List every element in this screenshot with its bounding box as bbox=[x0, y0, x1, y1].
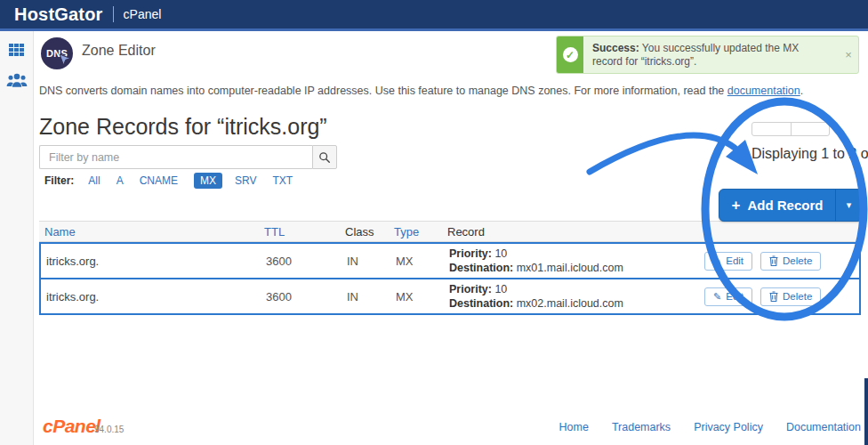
edit-label: Edit bbox=[726, 255, 743, 266]
filter-box bbox=[39, 145, 337, 169]
success-title: Success: bbox=[592, 42, 639, 54]
edit-button[interactable]: ✎Edit bbox=[704, 287, 752, 306]
filter-by-name-input[interactable] bbox=[39, 145, 312, 169]
record-type: MX bbox=[390, 290, 444, 303]
record-ttl: 3600 bbox=[261, 255, 342, 268]
zone-records-table: Name TTL Class Type Record itricks.org. … bbox=[39, 221, 861, 315]
record-class: IN bbox=[342, 255, 390, 268]
footer-link-documentation[interactable]: Documentation bbox=[786, 421, 861, 433]
delete-label: Delete bbox=[783, 255, 812, 266]
record-actions: ✎Edit Delete bbox=[699, 287, 859, 306]
priority-label: Priority: bbox=[449, 247, 492, 260]
priority-label: Priority: bbox=[449, 283, 492, 295]
check-icon: ✓ bbox=[563, 47, 578, 62]
column-class: Class bbox=[340, 225, 389, 239]
filter-search-button[interactable] bbox=[312, 145, 337, 169]
filter-mx[interactable]: MX bbox=[194, 173, 222, 189]
pagination-stub bbox=[751, 122, 830, 136]
trash-icon bbox=[769, 255, 778, 266]
feature-description: DNS converts domain names into computer-… bbox=[39, 85, 803, 97]
add-record-dropdown-toggle[interactable]: ▾ bbox=[835, 190, 862, 221]
destination-value: mx02.mail.icloud.com bbox=[513, 297, 623, 310]
success-icon-panel: ✓ bbox=[557, 36, 583, 73]
search-icon bbox=[318, 151, 331, 164]
apps-grid-icon[interactable] bbox=[9, 44, 24, 56]
filter-srv[interactable]: SRV bbox=[235, 174, 256, 187]
trash-icon bbox=[769, 291, 778, 302]
annotation-arrow-line bbox=[590, 135, 735, 172]
type-filter-row: Filter: All A CNAME MX SRV TXT bbox=[44, 173, 309, 189]
filter-label: Filter: bbox=[44, 174, 74, 187]
delete-label: Delete bbox=[783, 291, 812, 302]
delete-button[interactable]: Delete bbox=[760, 252, 821, 271]
destination-label: Destination: bbox=[449, 297, 513, 310]
left-sidebar bbox=[0, 31, 34, 445]
description-period: . bbox=[800, 85, 803, 97]
footer-links: Home Trademarks Privacy Policy Documenta… bbox=[559, 421, 861, 433]
delete-button[interactable]: Delete bbox=[760, 287, 821, 306]
destination-label: Destination: bbox=[449, 262, 513, 274]
table-header-row: Name TTL Class Type Record bbox=[39, 221, 861, 242]
add-record-button[interactable]: + Add Record ▾ bbox=[719, 189, 863, 222]
edit-button[interactable]: ✎Edit bbox=[704, 252, 752, 271]
column-ttl[interactable]: TTL bbox=[259, 225, 340, 239]
cpanel-version: 94.0.15 bbox=[94, 425, 124, 434]
record-ttl: 3600 bbox=[261, 290, 342, 303]
filter-a[interactable]: A bbox=[117, 174, 124, 187]
chevron-down-icon: ▾ bbox=[847, 199, 852, 211]
users-group-icon[interactable] bbox=[6, 72, 28, 88]
record-actions: ✎Edit Delete bbox=[699, 252, 859, 271]
footer-link-trademarks[interactable]: Trademarks bbox=[612, 421, 671, 433]
hostgator-logo: HostGator bbox=[14, 4, 103, 25]
add-record-label: Add Record bbox=[747, 198, 823, 213]
success-message: Success: You successfully updated the MX… bbox=[583, 36, 839, 73]
table-row: itricks.org. 3600 IN MX Priority: 10 Des… bbox=[39, 278, 861, 315]
table-row: itricks.org. 3600 IN MX Priority: 10 Des… bbox=[39, 242, 861, 279]
footer-link-home[interactable]: Home bbox=[559, 421, 589, 433]
cpanel-footer-logo: cPanel bbox=[43, 416, 100, 437]
brand-divider bbox=[113, 6, 114, 22]
filter-cname[interactable]: CNAME bbox=[140, 174, 178, 187]
record-class: IN bbox=[342, 290, 390, 303]
plus-icon: + bbox=[732, 198, 741, 213]
column-type[interactable]: Type bbox=[389, 225, 442, 239]
column-record: Record bbox=[442, 225, 697, 239]
edit-label: Edit bbox=[726, 291, 743, 302]
record-name: itricks.org. bbox=[41, 290, 261, 303]
top-bar: HostGator cPanel bbox=[0, 0, 868, 28]
cursor-pointer-icon bbox=[59, 53, 73, 68]
success-alert: ✓ Success: You successfully updated the … bbox=[556, 36, 859, 74]
filter-all[interactable]: All bbox=[88, 174, 100, 187]
filter-txt[interactable]: TXT bbox=[273, 174, 293, 187]
zone-records-heading: Zone Records for “itricks.org” bbox=[39, 114, 327, 140]
destination-value: mx01.mail.icloud.com bbox=[513, 262, 623, 274]
footer-link-privacy-policy[interactable]: Privacy Policy bbox=[694, 421, 763, 433]
screen-edge-strip bbox=[864, 378, 868, 445]
pencil-icon: ✎ bbox=[713, 291, 721, 303]
close-icon[interactable]: × bbox=[839, 36, 858, 73]
pencil-icon: ✎ bbox=[713, 255, 721, 267]
description-text: DNS converts domain names into computer-… bbox=[39, 85, 727, 97]
record-value: Priority: 10 Destination: mx02.mail.iclo… bbox=[444, 282, 699, 311]
priority-value: 10 bbox=[492, 283, 507, 295]
column-name[interactable]: Name bbox=[39, 225, 259, 239]
record-type: MX bbox=[390, 255, 444, 268]
priority-value: 10 bbox=[492, 247, 507, 260]
record-value: Priority: 10 Destination: mx01.mail.iclo… bbox=[444, 247, 699, 275]
documentation-link[interactable]: documentation bbox=[727, 85, 800, 97]
displaying-count-text: Displaying 1 to 2 out bbox=[751, 146, 868, 162]
header-accent-strip bbox=[0, 28, 868, 31]
cpanel-label: cPanel bbox=[124, 7, 162, 21]
page-title: Zone Editor bbox=[82, 43, 156, 59]
record-name: itricks.org. bbox=[41, 255, 261, 268]
